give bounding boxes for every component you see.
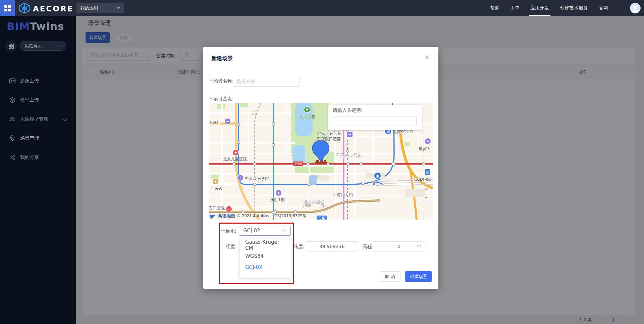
- app-grid-icon: [4, 5, 11, 11]
- dot-icon: [333, 193, 335, 196]
- sidebar: BIMTwins 流程展示 影像上传 模型上传: [0, 16, 76, 324]
- map-label: 世贸天: [419, 146, 431, 152]
- amap-logo-text: 高德地图: [218, 213, 235, 219]
- scene-name-label: * 场景名称:: [210, 78, 234, 84]
- nav-help[interactable]: 帮助: [490, 0, 499, 16]
- sidebar-item-label: 影像上传: [20, 78, 39, 84]
- map-pin-icon: [9, 135, 16, 142]
- longitude-label: 经度:: [226, 244, 237, 250]
- nav-official-site[interactable]: 官网: [599, 0, 608, 16]
- elevation-label: 高程:: [363, 244, 374, 250]
- latitude-input[interactable]: [306, 241, 358, 251]
- sidebar-item-label: 地质模型管理: [20, 116, 48, 122]
- sidebar-item-label: 我的分享: [20, 154, 39, 160]
- map-attribution: 高德地图 © 2021 AutoNavi - GS(2019)6379号: [210, 213, 306, 219]
- scene-name-label-text: 场景名称:: [213, 78, 234, 84]
- option-wgs84[interactable]: WGS84: [240, 250, 291, 262]
- aecore-logo-icon: [19, 3, 30, 15]
- coord-system-dropdown: Gauss-Kruger CM WGS84 GCJ-02: [239, 239, 292, 278]
- chevron-down-icon: [63, 117, 67, 121]
- keyword-label: 请输入关键字:: [333, 107, 363, 113]
- coord-system-select[interactable]: GCJ-02: [239, 226, 291, 236]
- scene-name-input[interactable]: [233, 76, 300, 87]
- map-label: 宾酒店: [209, 120, 221, 126]
- sidebar-item-model-upload[interactable]: 模型上传: [0, 91, 76, 109]
- map-label: 1号线: [293, 161, 303, 166]
- map-label: 皇冠假日酒店: [317, 136, 341, 142]
- sidebar-item-label: 模型上传: [20, 97, 39, 103]
- map-label: 安门医院: [209, 205, 225, 211]
- nav-tech-service[interactable]: 创建技术服务: [560, 0, 588, 16]
- map-label: 庄胜1期: [270, 197, 285, 203]
- required-asterisk: *: [210, 78, 212, 84]
- cancel-button[interactable]: 取 消: [380, 271, 400, 282]
- option-gauss-kruger[interactable]: Gauss-Kruger CM: [240, 239, 291, 250]
- sidebar-item-geology-model[interactable]: 地质模型管理: [0, 110, 76, 129]
- train-icon: ▣: [374, 173, 381, 179]
- sidebar-item-image-upload[interactable]: 影像上传: [0, 72, 76, 90]
- amap-logo-icon: [209, 213, 217, 219]
- hotel-bed-icon: ▬: [347, 132, 353, 137]
- hospital-icon: +: [233, 150, 238, 155]
- map-label: 前门大街: [337, 192, 353, 198]
- hospital-icon: +: [226, 206, 232, 212]
- map-label: CBD国际: [414, 177, 431, 182]
- divider: [619, 5, 619, 11]
- map-label: 北京儿童医院: [223, 156, 247, 162]
- coord-system-value: GCJ-02: [243, 228, 260, 234]
- sidebar-item-my-shares[interactable]: 我的分享: [0, 148, 76, 167]
- new-scene-modal: 新建场景 × * 场景名称: * 项目基点:: [203, 47, 438, 289]
- chevron-down-icon: [117, 7, 120, 9]
- app-launcher-button[interactable]: [0, 0, 15, 16]
- map-label: 北海公园: [299, 114, 315, 120]
- image-upload-icon: [9, 78, 16, 84]
- elevation-unit: m: [417, 243, 421, 248]
- nav-app-dev[interactable]: 应用开发: [530, 0, 549, 16]
- base-point-label: * 项目基点:: [210, 96, 234, 102]
- map-search-panel: 请输入关键字:: [328, 105, 422, 130]
- model-upload-icon: [9, 97, 16, 103]
- bimtwins-logo: BIMTwins: [7, 20, 64, 32]
- latitude-label: 纬度:: [293, 244, 305, 250]
- top-bar: AECORE 我的应用 帮助 工单 应用开发 创建技术服务 官网: [0, 0, 644, 16]
- copyright-text: © 2021 AutoNavi - GS(2019)6379号: [237, 214, 306, 219]
- map-label: 王府井步行街: [336, 152, 362, 158]
- sidebar-item-scene-management[interactable]: 场景管理: [0, 129, 76, 148]
- hotel-icon: ▬: [225, 119, 230, 124]
- map-label: 天桥: [317, 216, 327, 220]
- keyword-input[interactable]: [333, 117, 417, 126]
- brand: AECORE: [19, 3, 73, 15]
- coord-system-label: 坐标系:: [221, 228, 236, 234]
- app-root: AECORE 我的应用 帮助 工单 应用开发 创建技术服务 官网: [0, 0, 644, 324]
- brand-name: AECORE: [33, 4, 73, 13]
- chevron-down-icon: [59, 43, 62, 47]
- avatar[interactable]: [630, 3, 641, 13]
- share-icon: [9, 154, 16, 161]
- map-canvas[interactable]: ▬♣+♪◆+▪▬▥◆▣▥宾酒店北海公园北京儿童医院中央音乐学院白云观安门医院庄胜…: [209, 103, 433, 220]
- music-icon: ♪: [237, 175, 243, 181]
- process-display-select[interactable]: 流程展示: [19, 41, 66, 51]
- nav-workorder[interactable]: 工单: [510, 0, 520, 16]
- mall-icon: ◆: [425, 138, 431, 144]
- building-icon: ▥: [425, 169, 430, 175]
- chevron-up-icon: [282, 229, 286, 234]
- top-nav: 帮助 工单 应用开发 创建技术服务 官网: [490, 0, 641, 16]
- logo-twins: Twins: [30, 20, 64, 32]
- map-label: 北京国际艺苑: [317, 131, 341, 136]
- option-gcj02[interactable]: GCJ-02: [240, 262, 291, 273]
- modal-title: 新建场景: [211, 55, 233, 62]
- map-label: 白云观: [211, 186, 223, 192]
- my-apps-select[interactable]: 我的应用: [76, 3, 124, 13]
- process-grid-icon[interactable]: [5, 40, 17, 52]
- residence-icon: ▪: [276, 190, 281, 196]
- temple-icon: ◆: [213, 179, 218, 184]
- logo-bim: BIM: [7, 20, 30, 32]
- base-point-label-text: 项目基点:: [213, 96, 234, 102]
- my-apps-value: 我的应用: [80, 5, 98, 11]
- create-scene-button[interactable]: 创建场景: [405, 271, 432, 282]
- required-asterisk: *: [210, 96, 212, 102]
- close-icon[interactable]: ×: [424, 53, 430, 61]
- divider: [0, 54, 76, 54]
- park-icon: ♣: [304, 107, 310, 112]
- degree-symbol: °: [353, 242, 355, 247]
